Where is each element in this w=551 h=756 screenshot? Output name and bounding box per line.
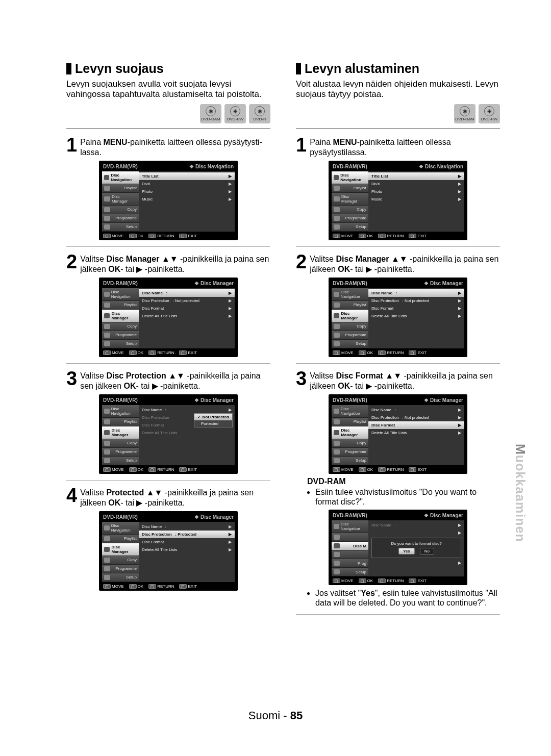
osd-pane: Disc Name :▶ Disc Protection : Protected… xyxy=(139,522,235,582)
disc-badge: ◉DVD-RAM xyxy=(454,104,475,123)
step-number: 4 xyxy=(66,487,77,504)
osd-side-item: Playlist xyxy=(102,418,139,426)
bullet-list: Jos valitset "Yes", esiin tulee vahvistu… xyxy=(307,588,500,608)
osd-sidebar: Disc Navigation Playlist Disc Manager Co… xyxy=(332,405,368,465)
osd-pane-title: ❖ Disc Manager xyxy=(424,513,463,518)
step-2-right: 2 Valitse Disc Manager ▲▼ -painikkeilla … xyxy=(296,253,500,274)
osd-title: DVD-RAM(VR) xyxy=(103,397,138,403)
osd-side-item: Disc Manager xyxy=(102,193,139,206)
osd-screenshot-nav: DVD-RAM(VR)❖ Disc Navigation Disc Naviga… xyxy=(99,161,238,240)
osd-footer: ▢MOVE▢OK▢RETURN▢EXIT xyxy=(333,234,463,238)
step-text: Paina MENU-painiketta laitteen ollessa p… xyxy=(310,136,500,158)
osd-footer: ▢MOVE▢OK▢RETURN▢EXIT xyxy=(103,234,234,238)
osd-side-item: Disc Navigation xyxy=(332,520,368,533)
osd-side-item: Setup xyxy=(102,223,139,232)
osd-screenshot-protected: DVD-RAM(VR)❖ Disc Manager Disc Navigatio… xyxy=(99,511,238,591)
osd-side-item: Setup xyxy=(332,223,368,232)
step-text: Valitse Disc Protection ▲▼ -painikkeilla… xyxy=(80,370,270,391)
osd-side-item: Disc M xyxy=(332,542,368,550)
intro-right: Voit alustaa levyn näiden ohjeiden mukai… xyxy=(296,79,500,100)
osd-pane: Disc Name :▶ Disc Protection : Not prote… xyxy=(368,288,464,348)
osd-side-item: Disc Navigation xyxy=(332,405,368,418)
osd-sidebar: Disc Navigation Playlist Disc Manager Co… xyxy=(102,171,139,232)
osd-side-item xyxy=(332,550,368,559)
osd-sidebar: Disc Navigation Playlist Disc Manager Co… xyxy=(332,288,368,348)
step-text: Valitse Protected ▲▼ -painikkeilla ja pa… xyxy=(80,487,270,508)
osd-side-item: Copy xyxy=(102,322,139,331)
osd-side-item: Playlist xyxy=(102,184,139,193)
osd-side-item: Programme xyxy=(332,214,368,223)
osd-screenshot-protection: DVD-RAM(VR)❖ Disc Manager Disc Navigatio… xyxy=(99,394,238,474)
osd-side-item: Disc Manager xyxy=(332,310,368,322)
dialog-no-button: No xyxy=(420,548,434,555)
osd-title: DVD-RAM(VR) xyxy=(333,164,367,169)
osd-footer: ▢MOVE▢OK▢RETURN▢EXIT xyxy=(333,467,463,472)
osd-side-item: Programme xyxy=(332,331,368,340)
step-text: Valitse Disc Manager ▲▼ -painikkeilla ja… xyxy=(310,253,500,274)
osd-sidebar: Disc Navigation Playlist Disc Manager Co… xyxy=(102,522,139,582)
osd-side-item: Setup xyxy=(332,568,368,576)
step-2-left: 2 Valitse Disc Manager ▲▼ -painikkeilla … xyxy=(66,253,270,274)
step-text: Paina MENU-painiketta laitteen ollessa p… xyxy=(80,136,270,158)
osd-footer: ▢MOVE▢OK▢RETURN▢EXIT xyxy=(333,578,463,583)
section-title-left: Levyn suojaus xyxy=(66,61,270,76)
footer-language: Suomi xyxy=(248,709,280,722)
step-3-left: 3 Valitse Disc Protection ▲▼ -painikkeil… xyxy=(66,370,270,391)
osd-pane-title: ❖ Disc Manager xyxy=(194,281,234,286)
osd-side-item: Programme xyxy=(102,331,139,340)
divider xyxy=(296,129,500,129)
disc-badge-label: DVD-RW xyxy=(481,117,498,121)
osd-side-item: Copy xyxy=(102,556,139,565)
divider xyxy=(66,129,270,129)
osd-pane-title: ❖ Disc Navigation xyxy=(419,164,463,169)
step-1-left: 1 Paina MENU-painiketta laitteen ollessa… xyxy=(66,136,270,158)
divider xyxy=(66,246,270,247)
osd-side-item: Playlist xyxy=(332,418,368,426)
osd-side-item: Playlist xyxy=(332,301,368,310)
confirm-dialog: Do you want to format disc? Yes No xyxy=(371,538,461,558)
osd-pane: Title List▶ DivX▶ Photo▶ Music▶ xyxy=(368,171,464,232)
osd-sidebar: Disc Navigation Disc M Prog Setup xyxy=(332,520,368,576)
osd-side-item: Disc Manager xyxy=(102,310,139,322)
osd-footer: ▢MOVE▢OK▢RETURN▢EXIT xyxy=(333,350,463,355)
disc-badge-label: DVD-RAM xyxy=(201,117,220,121)
osd-side-item: Setup xyxy=(102,573,139,582)
step-text: Valitse Disc Format ▲▼ -painikkeilla ja … xyxy=(310,370,500,391)
osd-screenshot-nav: DVD-RAM(VR)❖ Disc Navigation Disc Naviga… xyxy=(329,161,467,240)
page-footer: Suomi - 85 xyxy=(0,709,551,722)
osd-side-item: Disc Navigation xyxy=(102,405,139,418)
bullet-item: Esiin tulee vahvistusilmoitus "Do you wa… xyxy=(315,487,500,507)
side-tab-label: Muokkaaminen xyxy=(513,444,528,542)
right-column: Levyn alustaminen Voit alustaa levyn näi… xyxy=(296,61,500,621)
osd-side-item: Copy xyxy=(332,439,368,448)
step-number: 3 xyxy=(296,370,307,387)
osd-footer: ▢MOVE▢OK▢RETURN▢EXIT xyxy=(103,350,234,355)
osd-screenshot-format: DVD-RAM(VR)❖ Disc Manager Disc Navigatio… xyxy=(329,394,467,474)
disc-badge-row-left: ◉DVD-RAM ◉DVD-RW ◉DVD-R xyxy=(66,104,270,123)
osd-screenshot-mgr: DVD-RAM(VR)❖ Disc Manager Disc Navigatio… xyxy=(99,278,238,357)
disc-badge-row-right: ◉DVD-RAM ◉DVD-RW xyxy=(296,104,500,123)
page: Levyn suojaus Levyn suojauksen avulla vo… xyxy=(0,0,551,756)
osd-pane: Disc Name :▶ Disc Protection : Not prote… xyxy=(139,288,235,348)
disc-badge-label: DVD-RW xyxy=(227,117,244,121)
disc-icon: ◉ xyxy=(460,106,470,116)
bullet-item: Jos valitset "Yes", esiin tulee vahvistu… xyxy=(315,588,500,608)
divider xyxy=(66,363,270,364)
osd-side-item: Disc Navigation xyxy=(102,522,139,535)
osd-pane-title: ❖ Disc Manager xyxy=(194,397,234,403)
osd-side-item: Setup xyxy=(102,340,139,348)
osd-title: DVD-RAM(VR) xyxy=(103,164,138,169)
osd-side-item: Playlist xyxy=(102,301,139,310)
divider xyxy=(296,246,500,247)
disc-icon: ◉ xyxy=(255,106,265,116)
osd-side-item: Setup xyxy=(102,457,139,465)
osd-side-item: Copy xyxy=(102,439,139,448)
two-column-layout: Levyn suojaus Levyn suojauksen avulla vo… xyxy=(66,61,500,621)
step-number: 2 xyxy=(66,253,77,270)
osd-side-item xyxy=(332,533,368,542)
osd-side-item: Copy xyxy=(332,322,368,331)
osd-side-item: Setup xyxy=(332,340,368,348)
osd-side-item: Disc Navigation xyxy=(102,288,139,301)
bullet-list: Esiin tulee vahvistusilmoitus "Do you wa… xyxy=(307,487,500,507)
step-4-left: 4 Valitse Protected ▲▼ -painikkeilla ja … xyxy=(66,487,270,508)
